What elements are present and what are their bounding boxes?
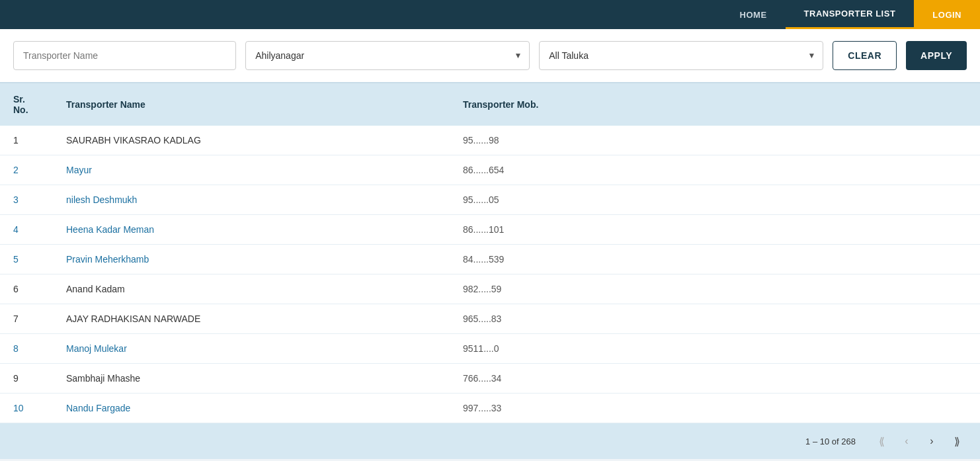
cell-mob: 86......654 [450,155,980,185]
district-select[interactable]: Ahilyanagar [245,41,530,70]
cell-name[interactable]: Nandu Fargade [53,394,450,423]
col-header-mob: Transporter Mob. [450,83,980,126]
cell-name[interactable]: nilesh Deshmukh [53,185,450,215]
cell-sr-no: 8 [0,334,53,364]
cell-name: Anand Kadam [53,274,450,304]
apply-button[interactable]: APPLY [906,41,967,70]
pagination-first-button[interactable]: ⟪ [872,431,891,451]
clear-button[interactable]: CLEAR [833,41,897,70]
table-header-row: Sr. No. Transporter Name Transporter Mob… [0,83,980,126]
cell-mob: 95......98 [450,126,980,155]
cell-name[interactable]: Heena Kadar Meman [53,215,450,245]
navbar: HOME TRANSPORTER LIST LOGIN [0,0,980,29]
cell-mob: 95......05 [450,185,980,215]
cell-mob: 9511....0 [450,334,980,364]
table-row: 9Sambhaji Mhashe766.....34 [0,364,980,394]
nav-home[interactable]: HOME [721,0,786,29]
pagination-prev-button[interactable]: ‹ [897,431,917,451]
cell-sr-no: 7 [0,304,53,334]
cell-mob: 84......539 [450,245,980,274]
taluka-select-wrapper: All Taluka ▼ [539,41,823,70]
nav-transporter-list[interactable]: TRANSPORTER LIST [786,0,915,29]
cell-name[interactable]: Pravin Meherkhamb [53,245,450,274]
pagination-last-button[interactable]: ⟫ [947,431,967,451]
cell-mob: 766.....34 [450,364,980,394]
nav-login[interactable]: LOGIN [914,0,980,29]
transporter-name-input[interactable] [13,41,236,70]
cell-mob: 982.....59 [450,274,980,304]
filter-bar: Ahilyanagar ▼ All Taluka ▼ CLEAR APPLY [0,29,980,83]
table-row: 5Pravin Meherkhamb84......539 [0,245,980,274]
table-row: 1SAURABH VIKASRAO KADLAG95......98 [0,126,980,155]
pagination-next-button[interactable]: › [922,431,942,451]
cell-sr-no: 9 [0,364,53,394]
table-row: 2Mayur86......654 [0,155,980,185]
cell-sr-no: 10 [0,394,53,423]
cell-sr-no: 1 [0,126,53,155]
table-row: 4Heena Kadar Meman86......101 [0,215,980,245]
transporter-table: Sr. No. Transporter Name Transporter Mob… [0,83,980,423]
col-header-name: Transporter Name [53,83,450,126]
col-header-sr-no: Sr. No. [0,83,53,126]
transporter-table-container: Sr. No. Transporter Name Transporter Mob… [0,83,980,423]
cell-name: SAURABH VIKASRAO KADLAG [53,126,450,155]
table-row: 3nilesh Deshmukh95......05 [0,185,980,215]
cell-sr-no: 5 [0,245,53,274]
district-select-wrapper: Ahilyanagar ▼ [245,41,530,70]
cell-sr-no: 2 [0,155,53,185]
pagination-bar: 1 – 10 of 268 ⟪ ‹ › ⟫ [0,423,980,459]
table-row: 7AJAY RADHAKISAN NARWADE965.....83 [0,304,980,334]
table-row: 8Manoj Mulekar9511....0 [0,334,980,364]
cell-mob: 965.....83 [450,304,980,334]
cell-sr-no: 3 [0,185,53,215]
cell-mob: 86......101 [450,215,980,245]
cell-name: AJAY RADHAKISAN NARWADE [53,304,450,334]
taluka-select[interactable]: All Taluka [539,41,823,70]
cell-mob: 997.....33 [450,394,980,423]
table-row: 10Nandu Fargade997.....33 [0,394,980,423]
cell-name: Sambhaji Mhashe [53,364,450,394]
pagination-info: 1 – 10 of 268 [805,437,856,446]
cell-sr-no: 6 [0,274,53,304]
cell-name[interactable]: Manoj Mulekar [53,334,450,364]
table-row: 6Anand Kadam982.....59 [0,274,980,304]
cell-name[interactable]: Mayur [53,155,450,185]
cell-sr-no: 4 [0,215,53,245]
